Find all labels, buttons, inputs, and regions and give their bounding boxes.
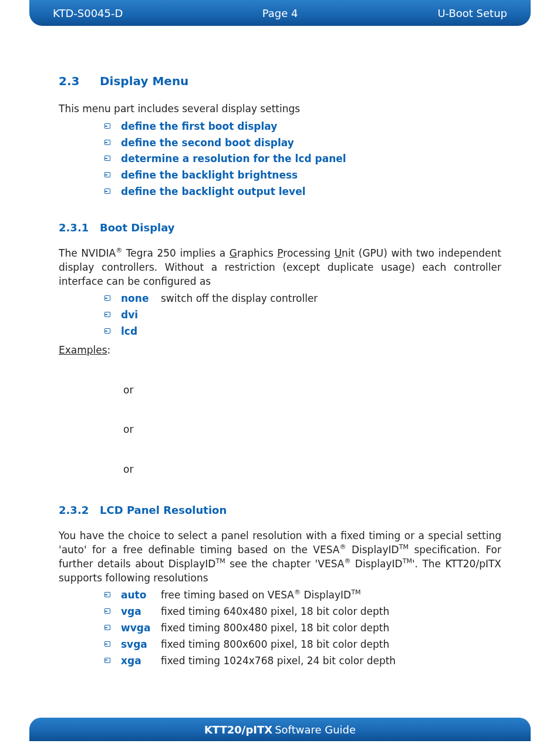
registered-mark: ® — [116, 247, 122, 254]
option-desc: switch off the display controller — [161, 292, 318, 306]
registered-mark: ® — [339, 543, 346, 551]
text: The NVIDIA — [59, 247, 116, 259]
text: rocessing — [283, 247, 334, 259]
lcd-resolution-paragraph: You have the choice to select a panel re… — [59, 529, 501, 585]
option-term: dvi — [121, 308, 161, 322]
list-item: define the first boot display — [104, 120, 501, 134]
option-term: auto — [121, 588, 161, 603]
underlined-letter: U — [335, 247, 342, 259]
list-item: xga fixed timing 1024x768 pixel, 24 bit … — [104, 654, 501, 668]
option-desc: fixed timing 800x600 pixel, 18 bit color… — [161, 638, 389, 652]
page-body: 2.3Display Menu This menu part includes … — [0, 26, 560, 694]
page-header: KTD-S0045-D Page 4 U-Boot Setup — [29, 0, 531, 26]
registered-mark: ® — [294, 589, 301, 597]
or-separator: or — [123, 383, 501, 398]
text: Tegra 250 implies a — [122, 247, 229, 259]
section-heading: 2.3Display Menu — [59, 73, 501, 89]
subsection-heading: 2.3.1Boot Display — [59, 220, 501, 235]
text: DisplayID — [346, 544, 399, 556]
or-separator: or — [123, 463, 501, 477]
trademark-mark: TM — [351, 589, 360, 597]
resolution-options-list: auto free timing based on VESA® DisplayI… — [59, 588, 501, 668]
examples-or-list: or or or — [123, 383, 501, 477]
list-item: define the second boot display — [104, 136, 501, 150]
underlined-letter: G — [230, 247, 237, 259]
list-item: vga fixed timing 640x480 pixel, 18 bit c… — [104, 605, 501, 619]
section-intro: This menu part includes several display … — [59, 102, 501, 116]
or-separator: or — [123, 423, 501, 437]
option-desc: fixed timing 640x480 pixel, 18 bit color… — [161, 605, 389, 619]
controller-options-list: none switch off the display controller d… — [59, 292, 501, 338]
text: raphics — [237, 247, 277, 259]
subsection-heading: 2.3.2LCD Panel Resolution — [59, 503, 501, 517]
page-footer: KTT20/pITX Software Guide — [29, 718, 531, 741]
section-title: Display Menu — [100, 74, 188, 88]
list-item: dvi — [104, 308, 501, 322]
text: free timing based on VESA — [161, 589, 294, 601]
option-desc: free timing based on VESA® DisplayIDTM — [161, 588, 360, 603]
examples-block: Examples: or or or — [59, 344, 501, 477]
option-term: xga — [121, 654, 161, 668]
trademark-mark: TM — [215, 557, 225, 565]
list-item: determine a resolution for the lcd panel — [104, 152, 501, 166]
list-item: define the backlight brightness — [104, 169, 501, 183]
section-name: U-Boot Setup — [437, 7, 507, 19]
subsection-title: Boot Display — [100, 221, 175, 234]
subsection-number: 2.3.1 — [59, 220, 100, 235]
subsection-title: LCD Panel Resolution — [100, 504, 227, 516]
trademark-mark: TM — [399, 543, 409, 551]
footer-product: KTT20/pITX — [204, 724, 272, 736]
registered-mark: ® — [344, 557, 350, 565]
list-item: svga fixed timing 800x600 pixel, 18 bit … — [104, 638, 501, 652]
option-term: vga — [121, 605, 161, 619]
option-desc: fixed timing 800x480 pixel, 18 bit color… — [161, 621, 389, 635]
list-item: wvga fixed timing 800x480 pixel, 18 bit … — [104, 621, 501, 635]
trademark-mark: TM — [403, 557, 412, 565]
examples-label: Examples — [59, 344, 107, 356]
footer-subtitle: Software Guide — [275, 724, 356, 736]
option-term: wvga — [121, 621, 161, 635]
list-item: lcd — [104, 325, 501, 339]
list-item: none switch off the display controller — [104, 292, 501, 306]
option-desc: fixed timing 1024x768 pixel, 24 bit colo… — [161, 654, 396, 668]
option-term: none — [121, 292, 161, 306]
section-number: 2.3 — [59, 73, 100, 89]
option-term: lcd — [121, 325, 161, 339]
text: see the chapter 'VESA — [225, 558, 345, 570]
text: DisplayID — [350, 558, 402, 570]
text: DisplayID — [301, 589, 351, 601]
underlined-letter: P — [277, 247, 283, 259]
list-item: auto free timing based on VESA® DisplayI… — [104, 588, 501, 603]
subsection-number: 2.3.2 — [59, 503, 100, 517]
list-item: define the backlight output level — [104, 185, 501, 199]
option-term: svga — [121, 638, 161, 652]
doc-id: KTD-S0045-D — [53, 7, 123, 19]
boot-display-paragraph: The NVIDIA® Tegra 250 implies a Graphics… — [59, 247, 501, 288]
colon: : — [107, 344, 111, 356]
display-settings-list: define the first boot display define the… — [59, 120, 501, 199]
